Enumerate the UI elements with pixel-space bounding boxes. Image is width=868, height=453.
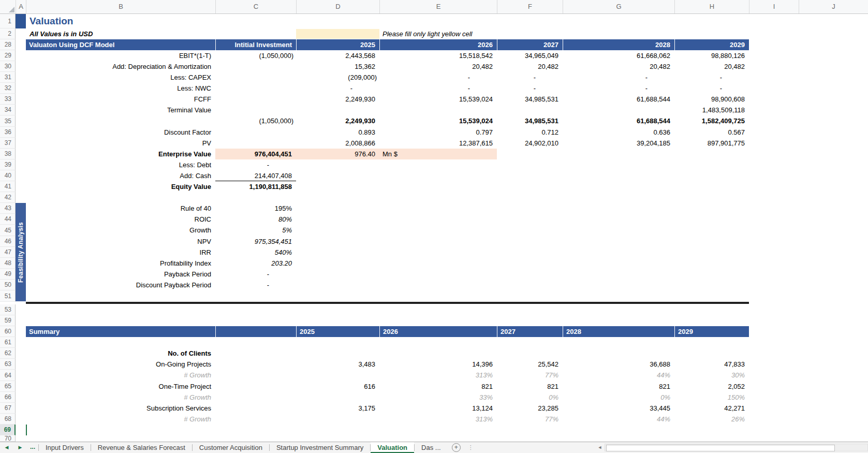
dcf-header-year-2026[interactable]: 2026 [379,39,497,50]
cell-B46[interactable]: NPV [26,236,215,247]
row-header-29[interactable]: 29 [0,50,16,61]
cell-D63[interactable]: 3,483 [296,359,379,370]
cell-D31[interactable]: (209,000) [296,72,379,83]
cell-G33[interactable]: 61,688,544 [563,94,674,105]
row-header-31[interactable]: 31 [0,72,16,83]
row-header-35[interactable]: 35 [0,115,16,127]
cell-G64[interactable]: 44% [563,370,674,381]
column-header-D[interactable]: D [296,0,379,13]
cell-G29[interactable]: 61,668,062 [563,50,674,61]
cell-C47[interactable]: 540% [215,247,296,258]
cell-C49[interactable]: - [215,269,296,280]
cell-H31[interactable]: - [674,72,749,83]
cell-B29[interactable]: EBIT*(1-T) [26,50,215,61]
cell-B41[interactable]: Equity Value [26,181,215,192]
summary-header-year-2028[interactable]: 2028 [563,326,674,337]
cell-B37[interactable]: PV [26,138,215,149]
dcf-header-year-2025[interactable]: 2025 [296,39,379,50]
cell-G67[interactable]: 33,445 [563,403,674,414]
column-header-E[interactable]: E [379,0,497,13]
cell-B31[interactable]: Less: CAPEX [26,72,215,83]
row-header-63[interactable]: 63 [0,359,16,370]
row-header-45[interactable]: 45 [0,225,16,236]
summary-header-year-2025[interactable]: 2025 [296,326,379,337]
cell-C35[interactable]: (1,050,000) [215,115,296,127]
summary-header[interactable]: Summary [26,326,215,337]
sheet-tab-revenue-salaries-forecast[interactable]: Revenue & Salaries Forecast [91,442,192,453]
cell-D36[interactable]: 0.893 [296,127,379,138]
cell-D30[interactable]: 15,362 [296,61,379,72]
cell-G36[interactable]: 0.636 [563,127,674,138]
row-header-69[interactable]: 69 [0,425,16,435]
cell-C46[interactable]: 975,354,451 [215,236,296,247]
sheet-tab-dashboard-truncated[interactable]: Das ... [415,442,448,453]
cell-G32[interactable]: - [563,83,674,94]
cell-E29[interactable]: 15,518,542 [379,50,497,61]
row-header-39[interactable]: 39 [0,159,16,170]
row-header-61[interactable]: 61 [0,337,16,348]
cell-F33[interactable]: 34,985,531 [497,94,563,105]
input-yellow-cell[interactable] [296,29,379,39]
row-header-40[interactable]: 40 [0,170,16,181]
row-header-47[interactable]: 47 [0,247,16,258]
cell-B48[interactable]: Profitability Index [26,258,215,269]
feasibility-analysis-tab[interactable]: Feasibility Analysis [16,203,26,301]
cell-B36[interactable]: Discount Factor [26,127,215,138]
cell-H33[interactable]: 98,900,608 [674,94,749,105]
column-header-A[interactable]: A [16,0,26,13]
cell-B38[interactable]: Enterprise Value [26,149,215,159]
cell-G31[interactable]: - [563,72,674,83]
cell-B43[interactable]: Rule of 40 [26,203,215,214]
row-header-70[interactable]: 70 [0,435,16,442]
cell-B34[interactable]: Terminal Value [26,105,215,115]
cell-E66[interactable]: 33% [379,392,497,403]
cell-C40[interactable]: 214,407,408 [215,170,296,181]
row-header-50[interactable]: 50 [0,280,16,290]
summary-header-year-2027[interactable]: 2027 [497,326,563,337]
cell-C29[interactable]: (1,050,000) [215,50,296,61]
cell-H30[interactable]: 20,482 [674,61,749,72]
cell-C38[interactable]: 976,404,451 [215,149,296,159]
cell-B44[interactable]: ROIC [26,214,215,225]
cell-a1-blue-block[interactable] [16,14,26,28]
cell-E30[interactable]: 20,482 [379,61,497,72]
row-header-64[interactable]: 64 [0,370,16,381]
summary-header-col-c[interactable] [215,326,296,337]
row-header-32[interactable]: 32 [0,83,16,94]
tab-scroll-right-icon[interactable]: ▶ [13,442,27,453]
scrollbar-left-icon[interactable]: ◄ [595,445,605,450]
row-header-46[interactable]: 46 [0,236,16,247]
row-header-44[interactable]: 44 [0,214,16,225]
new-sheet-icon[interactable]: + [452,443,461,452]
dcf-header-col-c[interactable]: Intitial Investment [215,39,296,50]
cell-D33[interactable]: 2,249,930 [296,94,379,105]
cell-D37[interactable]: 2,008,866 [296,138,379,149]
cell-F35[interactable]: 34,985,531 [497,115,563,127]
cell-E33[interactable]: 15,539,024 [379,94,497,105]
dcf-header[interactable]: Valuaton Using DCF Model [26,39,215,50]
scrollbar-thumb[interactable] [606,445,835,451]
cell-F36[interactable]: 0.712 [497,127,563,138]
row-header-28[interactable]: 28 [0,39,16,50]
row-header-59[interactable]: 59 [0,315,16,326]
cell-B30[interactable]: Add: Depreciation & Amortization [26,61,215,72]
cell-F63[interactable]: 25,542 [497,359,563,370]
dcf-header-year-2028[interactable]: 2028 [563,39,674,50]
cell-D29[interactable]: 2,443,568 [296,50,379,61]
column-header-F[interactable]: F [497,0,563,13]
row-header-68[interactable]: 68 [0,414,16,425]
cell-F37[interactable]: 24,902,010 [497,138,563,149]
column-header-B[interactable]: B [26,0,215,13]
row-header-34[interactable]: 34 [0,105,16,115]
cell-F67[interactable]: 23,285 [497,403,563,414]
horizontal-scrollbar[interactable]: ◄ [595,442,868,452]
cell-H68[interactable]: 26% [674,414,749,425]
cell-H32[interactable]: - [674,83,749,94]
dcf-header-year-2029[interactable]: 2029 [674,39,749,50]
cell-B65[interactable]: One-Time Project [26,381,215,392]
column-header-J[interactable]: J [799,0,868,13]
column-header-I[interactable]: I [749,0,799,13]
cell-B39[interactable]: Less: Debt [26,159,215,170]
row-header-33[interactable]: 33 [0,94,16,105]
cell-H64[interactable]: 30% [674,370,749,381]
